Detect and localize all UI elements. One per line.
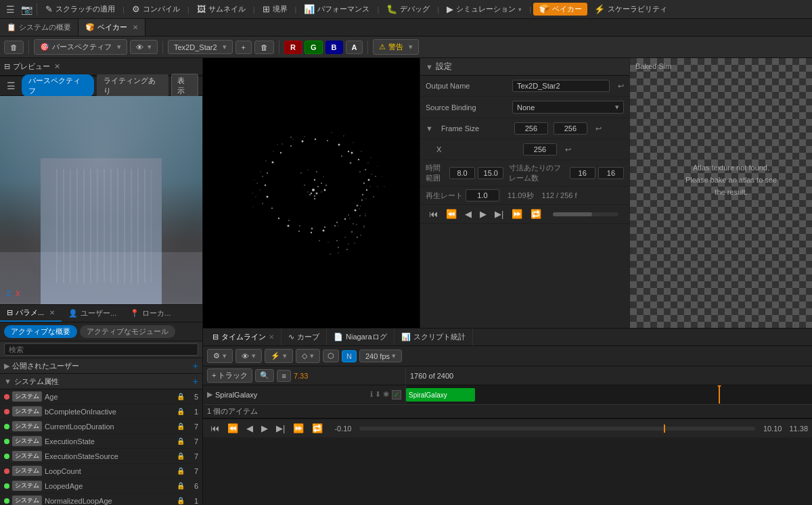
- active-module-tab[interactable]: アクティブなモジュール: [80, 325, 175, 338]
- step-forward-button[interactable]: ⏩: [508, 208, 526, 220]
- params-tab-user[interactable]: 👤 ユーザー...: [62, 305, 123, 322]
- play-button[interactable]: ▶: [476, 208, 490, 220]
- params-tabs: ⊟ パラメ... ✕ 👤 ユーザー... 📍 ローカ...: [0, 305, 202, 322]
- reset-output-icon[interactable]: ↩: [618, 82, 624, 91]
- niagara-log-tab[interactable]: 📄 Niagaraログ: [327, 329, 394, 345]
- frame-size-x-input[interactable]: 256: [514, 122, 548, 135]
- tl-snap-dropdown[interactable]: ◇ ▾: [296, 349, 320, 363]
- params-tab-local[interactable]: 📍 ローカ...: [123, 305, 177, 322]
- bottom-step-back-button[interactable]: ⏪: [224, 422, 242, 435]
- hamburger-icon[interactable]: ☰: [3, 2, 18, 17]
- tl-active-button[interactable]: N: [342, 350, 357, 362]
- bottom-loop-button[interactable]: 🔁: [309, 422, 326, 435]
- frame-size-y-input[interactable]: 256: [554, 122, 587, 135]
- camera-icon[interactable]: 📷: [19, 2, 34, 17]
- bottom-step-forward-button[interactable]: ⏩: [290, 422, 307, 435]
- timeline-tab-close[interactable]: ✕: [269, 333, 274, 341]
- bottom-skip-start-button[interactable]: ⏮: [207, 422, 223, 435]
- warning-button[interactable]: ⚠ 警告 ▾: [373, 39, 419, 55]
- eye-dropdown[interactable]: 👁 ▾: [130, 40, 158, 54]
- right-content: Live Sim: [203, 58, 812, 505]
- step-back-button[interactable]: ⏪: [443, 208, 460, 220]
- add-button[interactable]: +: [235, 41, 252, 54]
- source-binding-dropdown[interactable]: None ▾: [512, 101, 624, 114]
- next-frame-button[interactable]: ▶|: [491, 208, 507, 220]
- tex-dropdown[interactable]: Tex2D_Star2 ▾: [168, 40, 233, 54]
- track-down-icon[interactable]: ⬇: [375, 390, 381, 399]
- lighting-tab[interactable]: ライティングあり: [97, 74, 169, 97]
- debug-menu-btn[interactable]: 🐛 デバッグ: [381, 3, 435, 16]
- perspective-dropdown[interactable]: 🎯 バースペクティフ ▾: [34, 39, 127, 55]
- trash-button[interactable]: 🗑: [4, 41, 24, 54]
- trash2-button[interactable]: 🗑: [254, 41, 274, 54]
- svg-point-37: [348, 214, 349, 216]
- simulation-menu-btn[interactable]: ▶ シミュレーション ▾: [441, 3, 527, 16]
- tl-extra-dropdown[interactable]: ⚡ ▾: [265, 349, 293, 363]
- param-row-age: システム Age 🔒 5: [0, 389, 202, 404]
- reset-framesize-icon[interactable]: ↩: [595, 124, 602, 133]
- preview-close-button[interactable]: ✕: [54, 62, 60, 71]
- svg-point-25: [290, 145, 292, 147]
- hamburger-preview-icon[interactable]: ☰: [4, 78, 19, 93]
- scalability-menu-btn[interactable]: ⚡ スケーラビリティ: [589, 3, 673, 16]
- track-info-icon[interactable]: ℹ: [370, 390, 373, 399]
- bottom-play-button[interactable]: ▶: [258, 422, 271, 435]
- active-overview-tab[interactable]: アクティブな概要: [4, 325, 77, 338]
- tl-view-dropdown[interactable]: 👁 ▾: [235, 349, 262, 363]
- search-input[interactable]: [4, 343, 198, 356]
- param-dot-loopCount: [4, 468, 9, 474]
- tl-key-button[interactable]: ⬡: [323, 350, 339, 362]
- thumbnail-menu-btn[interactable]: 🖼 サムネイル: [191, 3, 251, 16]
- filter-track-button[interactable]: ≡: [277, 370, 290, 382]
- scratch-menu-btn[interactable]: ✎ スクラッチの適用: [40, 3, 120, 16]
- time-start-input[interactable]: 8.0: [449, 167, 475, 179]
- param-tag-execStateSource: システム: [12, 451, 42, 461]
- track-star-icon[interactable]: ✱: [383, 390, 389, 399]
- boundary-menu-btn[interactable]: ⊞ 境界: [257, 3, 293, 16]
- svg-point-74: [359, 208, 360, 210]
- add-system-button[interactable]: +: [193, 376, 198, 387]
- system-props-section[interactable]: ▼ システム属性 +: [0, 374, 202, 389]
- public-users-section[interactable]: ▶ 公開されたユーザー +: [0, 358, 202, 374]
- a-channel-button[interactable]: A: [346, 41, 363, 54]
- bottom-timeline-bar[interactable]: [359, 427, 754, 431]
- timeline-range-slider[interactable]: [553, 212, 618, 216]
- x-value-input[interactable]: 256: [523, 143, 557, 155]
- tab-baker[interactable]: 🍞 ベイカー ✕: [78, 19, 145, 36]
- tl-tool-dropdown[interactable]: ⚙ ▾: [207, 349, 233, 363]
- skip-start-button[interactable]: ⏮: [426, 208, 441, 220]
- frames-per-unit-input[interactable]: 16: [570, 167, 595, 179]
- fps-button[interactable]: 240 fps ▾: [359, 350, 402, 362]
- loop-button[interactable]: 🔁: [527, 208, 545, 220]
- reset-x-icon[interactable]: ↩: [565, 145, 571, 154]
- b-channel-button[interactable]: B: [325, 41, 343, 54]
- output-name-input[interactable]: Tex2D_Star2: [512, 80, 610, 92]
- g-channel-button[interactable]: G: [304, 41, 323, 54]
- frame-count-input[interactable]: 16: [598, 167, 624, 179]
- playhead[interactable]: [719, 385, 720, 404]
- track-visibility-checkbox[interactable]: ✓: [392, 390, 401, 400]
- time-end-input[interactable]: 15.0: [478, 167, 503, 179]
- search-track-button[interactable]: 🔍: [255, 369, 274, 382]
- baker-menu-btn[interactable]: 🍞 ベイカー: [533, 3, 587, 16]
- prev-frame-button[interactable]: ◀: [461, 208, 475, 220]
- tab-baker-close[interactable]: ✕: [133, 24, 138, 31]
- timeline-tab[interactable]: ⊟ タイムライン ✕: [206, 329, 281, 345]
- params-tab-params[interactable]: ⊟ パラメ... ✕: [0, 305, 62, 322]
- compile-menu-btn[interactable]: ⚙ コンパイル: [127, 3, 185, 16]
- bottom-next-frame-button[interactable]: ▶|: [273, 422, 288, 435]
- perspective-tab[interactable]: バースペクティフ: [22, 74, 94, 97]
- display-button[interactable]: 表示: [171, 74, 198, 98]
- r-channel-button[interactable]: R: [284, 41, 302, 54]
- play-rate-input[interactable]: 1.0: [466, 189, 499, 201]
- svg-point-71: [371, 174, 372, 175]
- bottom-prev-frame-button[interactable]: ◀: [243, 422, 256, 435]
- params-tab-close[interactable]: ✕: [49, 309, 55, 316]
- tab-system-overview[interactable]: 📋 システムの概要: [0, 19, 78, 36]
- performance-menu-btn[interactable]: 📊 パフォーマンス: [298, 3, 375, 16]
- curve-tab[interactable]: ∿ カーブ: [281, 329, 327, 345]
- add-track-button[interactable]: + トラック: [207, 368, 252, 383]
- script-stats-tab[interactable]: 📊 スクリプト統計: [394, 329, 473, 345]
- track-block-spiral[interactable]: SpiralGalaxy: [406, 388, 475, 402]
- add-public-button[interactable]: +: [193, 360, 198, 371]
